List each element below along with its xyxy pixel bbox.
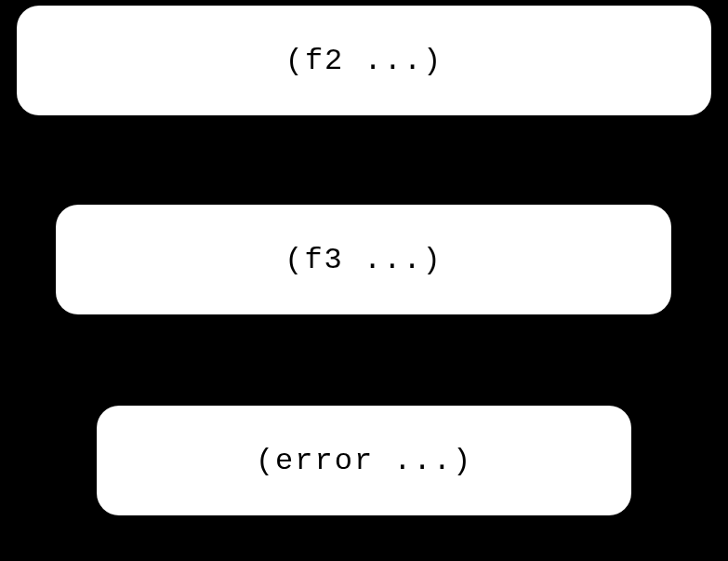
call-frame-label: (f3 ...): [285, 243, 443, 277]
call-frame-f3: (f3 ...): [56, 205, 671, 314]
call-frame-label: (f2 ...): [285, 44, 443, 78]
call-frame-f2: (f2 ...): [17, 6, 711, 115]
call-frame-error: (error ...): [97, 406, 631, 515]
call-frame-label: (error ...): [256, 444, 472, 478]
